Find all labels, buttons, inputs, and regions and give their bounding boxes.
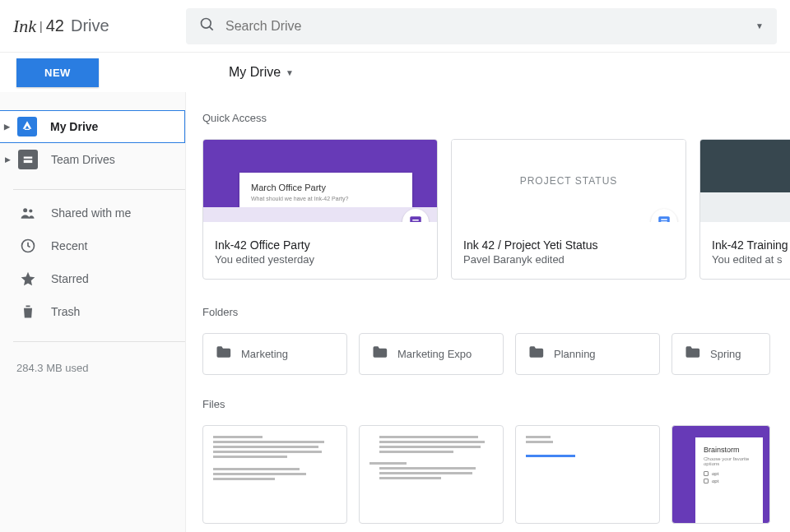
doc-preview	[526, 436, 649, 457]
folder-name: Marketing Expo	[397, 348, 472, 360]
file-card[interactable]: Brainstorm Choose your favorite options …	[672, 425, 770, 524]
thumbnail	[700, 140, 790, 222]
divider	[13, 341, 185, 342]
brand-divider: |	[40, 20, 43, 33]
folder-card[interactable]: Planning	[515, 333, 660, 375]
folders-label: Folders	[202, 306, 790, 318]
doc-preview	[213, 436, 337, 480]
card-subtitle: You edited at s	[712, 253, 786, 266]
quick-access-card[interactable]: Ink-42 Training You edited at s	[699, 139, 790, 280]
svg-point-0	[202, 19, 211, 29]
logo[interactable]: Ink | 42 Drive	[13, 16, 186, 37]
storage-info: 284.3 MB used	[0, 349, 185, 374]
folder-card[interactable]: Marketing Expo	[359, 333, 504, 375]
thumbnail: March Office Party What should we have a…	[203, 140, 437, 222]
product-label: Drive	[71, 16, 109, 35]
card-title: Ink-42 Training	[712, 238, 786, 252]
nav-label: Team Drives	[51, 153, 185, 166]
quick-access-card[interactable]: PROJECT STATUS Ink 42 / Project Yeti Sta…	[451, 139, 686, 280]
chevron-down-icon: ▼	[286, 68, 294, 77]
header: Ink | 42 Drive ▼	[0, 0, 790, 53]
search-options-icon[interactable]: ▼	[755, 21, 764, 30]
svg-rect-13	[661, 221, 667, 222]
quick-access-row: March Office Party What should we have a…	[202, 139, 790, 280]
folder-icon	[527, 344, 544, 364]
star-icon	[18, 269, 38, 289]
card-subtitle: Pavel Baranyk edited	[463, 253, 674, 266]
search-icon	[199, 16, 216, 35]
main-content: Quick Access March Office Party What sho…	[186, 92, 790, 532]
svg-rect-3	[24, 160, 33, 164]
brand-suffix: 42	[46, 16, 64, 35]
drive-icon	[17, 117, 37, 136]
folder-card[interactable]: Marketing	[202, 333, 347, 375]
svg-rect-12	[661, 219, 667, 220]
folder-name: Spring	[710, 348, 741, 360]
form-preview: Brainstorm Choose your favorite options …	[695, 437, 763, 523]
subheader: NEW My Drive ▼	[0, 53, 790, 92]
card-subtitle: You edited yesterday	[215, 253, 425, 266]
thumb-title: PROJECT STATUS	[520, 175, 618, 187]
new-button[interactable]: NEW	[16, 58, 99, 87]
svg-point-4	[23, 208, 27, 212]
breadcrumb-label: My Drive	[229, 65, 281, 80]
card-title: Ink-42 Office Party	[215, 238, 425, 252]
thumb-title: March Office Party	[251, 183, 401, 192]
folder-icon	[371, 344, 388, 364]
sidebar-item-shared[interactable]: Shared with me	[0, 197, 185, 229]
search-bar[interactable]: ▼	[186, 8, 777, 44]
folder-name: Marketing	[241, 348, 288, 360]
svg-rect-7	[410, 216, 421, 222]
folder-card[interactable]: Spring	[672, 333, 770, 375]
nav-label: My Drive	[50, 120, 184, 133]
svg-point-5	[29, 209, 32, 212]
filetype-badge	[651, 209, 677, 222]
file-title: Brainstorm	[704, 446, 755, 454]
sidebar-item-my-drive[interactable]: ▶ My Drive	[0, 110, 185, 143]
people-icon	[18, 203, 38, 223]
trash-icon	[18, 302, 38, 322]
divider	[13, 189, 185, 190]
quick-access-label: Quick Access	[202, 112, 790, 124]
sidebar: ▶ My Drive ▶ Team Drives Shared with m	[0, 92, 186, 532]
file-card[interactable]	[515, 425, 660, 524]
files-row: Brainstorm Choose your favorite options …	[202, 425, 790, 524]
folders-row: Marketing Marketing Expo Planning Spring	[202, 333, 790, 375]
svg-line-1	[210, 27, 213, 30]
sidebar-item-starred[interactable]: Starred	[0, 262, 185, 295]
team-drives-icon	[18, 150, 38, 169]
svg-rect-8	[412, 220, 419, 221]
nav-label: Recent	[51, 239, 185, 252]
file-card[interactable]	[359, 425, 504, 524]
brand-name: Ink	[13, 16, 36, 37]
breadcrumb[interactable]: My Drive ▼	[188, 65, 294, 80]
search-input[interactable]	[225, 19, 755, 34]
chevron-right-icon: ▶	[5, 155, 15, 164]
file-card[interactable]	[202, 425, 347, 524]
sidebar-item-trash[interactable]: Trash	[0, 295, 185, 328]
chevron-right-icon: ▶	[4, 123, 14, 131]
clock-icon	[18, 236, 38, 256]
quick-access-card[interactable]: March Office Party What should we have a…	[202, 139, 438, 280]
svg-rect-2	[24, 157, 33, 159]
filetype-badge	[402, 209, 429, 222]
nav-label: Starred	[51, 272, 185, 285]
files-label: Files	[202, 398, 790, 410]
card-title: Ink 42 / Project Yeti Status	[463, 238, 674, 252]
sidebar-item-team-drives[interactable]: ▶ Team Drives	[0, 143, 185, 176]
folder-icon	[215, 344, 231, 364]
doc-preview	[369, 436, 493, 479]
thumbnail: PROJECT STATUS	[452, 140, 685, 222]
folder-name: Planning	[554, 348, 596, 360]
nav-label: Shared with me	[51, 206, 185, 220]
folder-icon	[684, 344, 700, 364]
sidebar-item-recent[interactable]: Recent	[0, 229, 185, 262]
nav-label: Trash	[51, 305, 185, 318]
